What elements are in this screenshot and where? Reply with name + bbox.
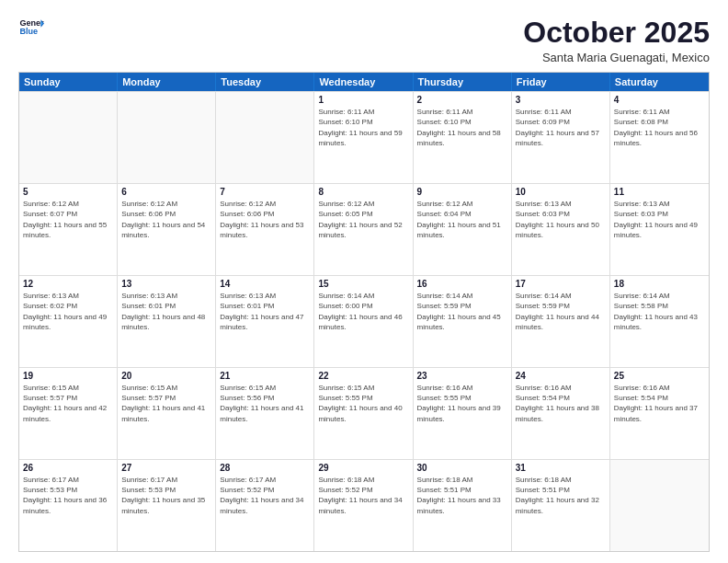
cell-info-text: Sunrise: 6:14 AM Sunset: 6:00 PM Dayligh…	[318, 291, 408, 332]
cell-date-number: 26	[23, 463, 113, 473]
cell-date-number: 20	[121, 371, 211, 381]
cell-date-number: 8	[318, 187, 408, 197]
calendar-cell-25: 25Sunrise: 6:16 AM Sunset: 5:54 PM Dayli…	[610, 368, 709, 459]
svg-text:Blue: Blue	[19, 27, 38, 36]
calendar-cell-8: 8Sunrise: 6:12 AM Sunset: 6:05 PM Daylig…	[314, 184, 413, 275]
calendar-cell-19: 19Sunrise: 6:15 AM Sunset: 5:57 PM Dayli…	[19, 368, 118, 459]
cell-info-text: Sunrise: 6:17 AM Sunset: 5:53 PM Dayligh…	[121, 475, 211, 516]
cell-info-text: Sunrise: 6:13 AM Sunset: 6:03 PM Dayligh…	[614, 199, 705, 240]
cell-info-text: Sunrise: 6:16 AM Sunset: 5:55 PM Dayligh…	[417, 383, 507, 424]
cell-date-number: 15	[318, 279, 408, 289]
cell-info-text: Sunrise: 6:11 AM Sunset: 6:10 PM Dayligh…	[417, 107, 507, 148]
cell-info-text: Sunrise: 6:16 AM Sunset: 5:54 PM Dayligh…	[614, 383, 705, 424]
calendar-cell-12: 12Sunrise: 6:13 AM Sunset: 6:02 PM Dayli…	[19, 276, 118, 367]
calendar-cell-empty	[216, 92, 314, 183]
calendar-cell-1: 1Sunrise: 6:11 AM Sunset: 6:10 PM Daylig…	[314, 92, 413, 183]
cell-date-number: 25	[614, 371, 705, 381]
day-header-wednesday: Wednesday	[314, 73, 413, 91]
cell-info-text: Sunrise: 6:12 AM Sunset: 6:05 PM Dayligh…	[318, 199, 408, 240]
cell-info-text: Sunrise: 6:15 AM Sunset: 5:57 PM Dayligh…	[121, 383, 211, 424]
calendar-cell-9: 9Sunrise: 6:12 AM Sunset: 6:04 PM Daylig…	[414, 184, 512, 275]
cell-date-number: 27	[121, 463, 211, 473]
cell-date-number: 16	[417, 279, 507, 289]
calendar-cell-3: 3Sunrise: 6:11 AM Sunset: 6:09 PM Daylig…	[512, 92, 610, 183]
cell-info-text: Sunrise: 6:11 AM Sunset: 6:08 PM Dayligh…	[614, 107, 705, 148]
cell-info-text: Sunrise: 6:18 AM Sunset: 5:51 PM Dayligh…	[516, 475, 606, 516]
calendar-cell-13: 13Sunrise: 6:13 AM Sunset: 6:01 PM Dayli…	[118, 276, 216, 367]
cell-date-number: 4	[614, 95, 705, 105]
cell-date-number: 6	[121, 187, 211, 197]
calendar-cell-11: 11Sunrise: 6:13 AM Sunset: 6:03 PM Dayli…	[610, 184, 709, 275]
calendar-row-0: 1Sunrise: 6:11 AM Sunset: 6:10 PM Daylig…	[19, 91, 709, 183]
calendar-cell-22: 22Sunrise: 6:15 AM Sunset: 5:55 PM Dayli…	[314, 368, 413, 459]
cell-date-number: 19	[23, 371, 113, 381]
cell-date-number: 13	[121, 279, 211, 289]
cell-info-text: Sunrise: 6:17 AM Sunset: 5:52 PM Dayligh…	[220, 475, 310, 516]
calendar-cell-10: 10Sunrise: 6:13 AM Sunset: 6:03 PM Dayli…	[512, 184, 610, 275]
calendar-cell-29: 29Sunrise: 6:18 AM Sunset: 5:52 PM Dayli…	[314, 460, 413, 551]
calendar-cell-18: 18Sunrise: 6:14 AM Sunset: 5:58 PM Dayli…	[610, 276, 709, 367]
cell-info-text: Sunrise: 6:15 AM Sunset: 5:56 PM Dayligh…	[220, 383, 310, 424]
cell-date-number: 28	[220, 463, 310, 473]
cell-info-text: Sunrise: 6:17 AM Sunset: 5:53 PM Dayligh…	[23, 475, 113, 516]
cell-date-number: 9	[417, 187, 507, 197]
day-header-friday: Friday	[512, 73, 610, 91]
day-header-saturday: Saturday	[610, 73, 709, 91]
page: General Blue October 2025 Santa Maria Gu…	[0, 0, 728, 563]
cell-info-text: Sunrise: 6:15 AM Sunset: 5:57 PM Dayligh…	[23, 383, 113, 424]
cell-date-number: 17	[516, 279, 606, 289]
cell-date-number: 18	[614, 279, 705, 289]
cell-date-number: 14	[220, 279, 310, 289]
calendar-cell-23: 23Sunrise: 6:16 AM Sunset: 5:55 PM Dayli…	[414, 368, 512, 459]
calendar-cell-21: 21Sunrise: 6:15 AM Sunset: 5:56 PM Dayli…	[216, 368, 314, 459]
cell-date-number: 3	[516, 95, 606, 105]
cell-info-text: Sunrise: 6:12 AM Sunset: 6:06 PM Dayligh…	[121, 199, 211, 240]
cell-date-number: 23	[417, 371, 507, 381]
cell-date-number: 21	[220, 371, 310, 381]
calendar-row-2: 12Sunrise: 6:13 AM Sunset: 6:02 PM Dayli…	[19, 275, 709, 367]
location: Santa Maria Guenagati, Mexico	[523, 51, 710, 64]
cell-info-text: Sunrise: 6:12 AM Sunset: 6:06 PM Dayligh…	[220, 199, 310, 240]
calendar-body: 1Sunrise: 6:11 AM Sunset: 6:10 PM Daylig…	[19, 91, 709, 551]
cell-info-text: Sunrise: 6:13 AM Sunset: 6:03 PM Dayligh…	[516, 199, 606, 240]
cell-info-text: Sunrise: 6:15 AM Sunset: 5:55 PM Dayligh…	[318, 383, 408, 424]
month-title: October 2025	[523, 17, 710, 49]
calendar-row-4: 26Sunrise: 6:17 AM Sunset: 5:53 PM Dayli…	[19, 459, 709, 551]
cell-date-number: 24	[516, 371, 606, 381]
cell-date-number: 22	[318, 371, 408, 381]
calendar-cell-empty	[610, 460, 709, 551]
calendar-cell-31: 31Sunrise: 6:18 AM Sunset: 5:51 PM Dayli…	[512, 460, 610, 551]
cell-info-text: Sunrise: 6:13 AM Sunset: 6:01 PM Dayligh…	[121, 291, 211, 332]
cell-date-number: 29	[318, 463, 408, 473]
calendar-cell-4: 4Sunrise: 6:11 AM Sunset: 6:08 PM Daylig…	[610, 92, 709, 183]
cell-info-text: Sunrise: 6:18 AM Sunset: 5:51 PM Dayligh…	[417, 475, 507, 516]
day-header-thursday: Thursday	[414, 73, 512, 91]
calendar-cell-6: 6Sunrise: 6:12 AM Sunset: 6:06 PM Daylig…	[118, 184, 216, 275]
logo-icon: General Blue	[18, 17, 44, 37]
cell-info-text: Sunrise: 6:11 AM Sunset: 6:10 PM Dayligh…	[318, 107, 408, 148]
calendar-cell-2: 2Sunrise: 6:11 AM Sunset: 6:10 PM Daylig…	[414, 92, 512, 183]
calendar-cell-empty	[118, 92, 216, 183]
cell-date-number: 1	[318, 95, 408, 105]
calendar-header: SundayMondayTuesdayWednesdayThursdayFrid…	[19, 73, 709, 91]
calendar-cell-15: 15Sunrise: 6:14 AM Sunset: 6:00 PM Dayli…	[314, 276, 413, 367]
cell-date-number: 12	[23, 279, 113, 289]
calendar-cell-empty	[19, 92, 118, 183]
cell-info-text: Sunrise: 6:18 AM Sunset: 5:52 PM Dayligh…	[318, 475, 408, 516]
cell-info-text: Sunrise: 6:13 AM Sunset: 6:01 PM Dayligh…	[220, 291, 310, 332]
calendar-cell-5: 5Sunrise: 6:12 AM Sunset: 6:07 PM Daylig…	[19, 184, 118, 275]
day-header-sunday: Sunday	[19, 73, 118, 91]
calendar-cell-27: 27Sunrise: 6:17 AM Sunset: 5:53 PM Dayli…	[118, 460, 216, 551]
cell-info-text: Sunrise: 6:14 AM Sunset: 5:58 PM Dayligh…	[614, 291, 705, 332]
cell-date-number: 10	[516, 187, 606, 197]
day-header-tuesday: Tuesday	[216, 73, 314, 91]
cell-info-text: Sunrise: 6:16 AM Sunset: 5:54 PM Dayligh…	[516, 383, 606, 424]
cell-date-number: 31	[516, 463, 606, 473]
cell-info-text: Sunrise: 6:13 AM Sunset: 6:02 PM Dayligh…	[23, 291, 113, 332]
calendar-cell-28: 28Sunrise: 6:17 AM Sunset: 5:52 PM Dayli…	[216, 460, 314, 551]
cell-date-number: 30	[417, 463, 507, 473]
calendar-cell-17: 17Sunrise: 6:14 AM Sunset: 5:59 PM Dayli…	[512, 276, 610, 367]
calendar-cell-24: 24Sunrise: 6:16 AM Sunset: 5:54 PM Dayli…	[512, 368, 610, 459]
cell-date-number: 11	[614, 187, 705, 197]
logo: General Blue	[18, 17, 44, 37]
